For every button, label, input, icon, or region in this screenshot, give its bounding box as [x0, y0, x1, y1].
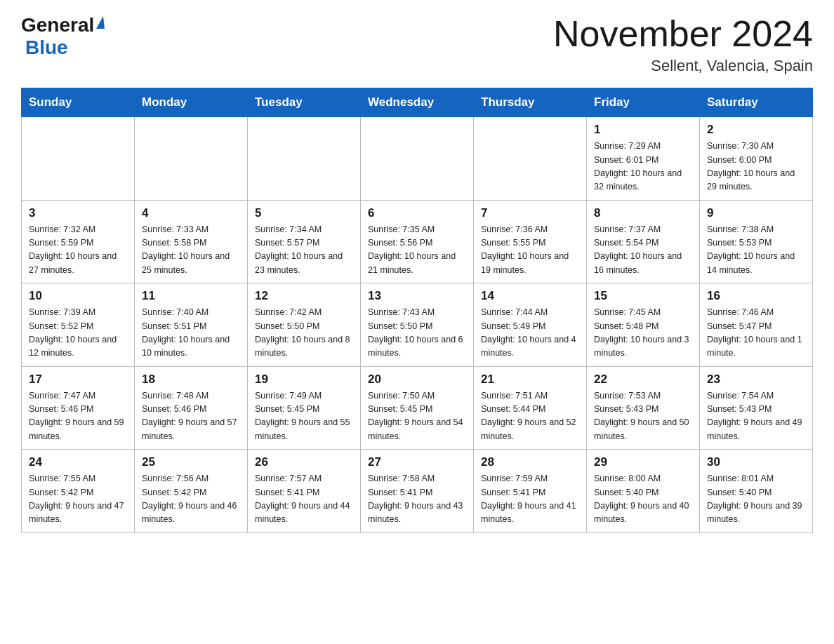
day-info: Sunrise: 7:33 AM Sunset: 5:58 PM Dayligh…: [142, 223, 240, 278]
day-number: 25: [142, 455, 240, 469]
day-number: 8: [594, 206, 692, 220]
day-number: 23: [707, 373, 805, 387]
day-info: Sunrise: 7:47 AM Sunset: 5:46 PM Dayligh…: [29, 389, 127, 444]
day-info: Sunrise: 7:50 AM Sunset: 5:45 PM Dayligh…: [368, 389, 466, 444]
week-row-5: 24Sunrise: 7:55 AM Sunset: 5:42 PM Dayli…: [22, 450, 813, 533]
calendar-cell: 21Sunrise: 7:51 AM Sunset: 5:44 PM Dayli…: [474, 366, 587, 450]
day-number: 2: [707, 123, 805, 137]
day-number: 27: [368, 455, 466, 469]
day-info: Sunrise: 7:54 AM Sunset: 5:43 PM Dayligh…: [707, 389, 805, 444]
calendar-cell: 15Sunrise: 7:45 AM Sunset: 5:48 PM Dayli…: [587, 283, 700, 367]
day-number: 14: [481, 289, 579, 303]
calendar-cell: 28Sunrise: 7:59 AM Sunset: 5:41 PM Dayli…: [474, 450, 587, 533]
weekday-header-saturday: Saturday: [700, 88, 813, 117]
day-info: Sunrise: 7:58 AM Sunset: 5:41 PM Dayligh…: [368, 472, 466, 527]
logo-g: G: [21, 14, 37, 36]
calendar-cell: [474, 117, 587, 201]
day-info: Sunrise: 7:29 AM Sunset: 6:01 PM Dayligh…: [594, 140, 692, 194]
day-number: 9: [707, 206, 805, 220]
day-info: Sunrise: 7:35 AM Sunset: 5:56 PM Dayligh…: [368, 223, 466, 278]
calendar-cell: 1Sunrise: 7:29 AM Sunset: 6:01 PM Daylig…: [587, 117, 700, 201]
weekday-header-friday: Friday: [587, 88, 700, 117]
logo-eneral: eneral: [37, 14, 95, 36]
day-info: Sunrise: 8:01 AM Sunset: 5:40 PM Dayligh…: [707, 472, 805, 527]
calendar-cell: 23Sunrise: 7:54 AM Sunset: 5:43 PM Dayli…: [700, 366, 813, 450]
day-info: Sunrise: 7:44 AM Sunset: 5:49 PM Dayligh…: [481, 306, 579, 361]
day-number: 11: [142, 289, 240, 303]
day-number: 15: [594, 289, 692, 303]
day-info: Sunrise: 7:53 AM Sunset: 5:43 PM Dayligh…: [594, 389, 692, 444]
calendar-cell: 11Sunrise: 7:40 AM Sunset: 5:51 PM Dayli…: [135, 283, 248, 367]
day-info: Sunrise: 7:32 AM Sunset: 5:59 PM Dayligh…: [29, 223, 127, 278]
day-number: 21: [481, 373, 579, 387]
day-info: Sunrise: 7:48 AM Sunset: 5:46 PM Dayligh…: [142, 389, 240, 444]
day-number: 13: [368, 289, 466, 303]
week-row-2: 3Sunrise: 7:32 AM Sunset: 5:59 PM Daylig…: [22, 200, 813, 283]
location-subtitle: Sellent, Valencia, Spain: [553, 57, 813, 75]
day-number: 3: [29, 206, 127, 220]
calendar-cell: [361, 117, 474, 201]
day-info: Sunrise: 7:55 AM Sunset: 5:42 PM Dayligh…: [29, 472, 127, 527]
day-number: 17: [29, 373, 127, 387]
day-info: Sunrise: 7:51 AM Sunset: 5:44 PM Dayligh…: [481, 389, 579, 444]
logo: G eneral Blue: [21, 14, 105, 59]
calendar-cell: 22Sunrise: 7:53 AM Sunset: 5:43 PM Dayli…: [587, 366, 700, 450]
day-number: 29: [594, 455, 692, 469]
day-number: 4: [142, 206, 240, 220]
week-row-4: 17Sunrise: 7:47 AM Sunset: 5:46 PM Dayli…: [22, 366, 813, 450]
calendar-table: SundayMondayTuesdayWednesdayThursdayFrid…: [21, 88, 813, 533]
day-info: Sunrise: 7:39 AM Sunset: 5:52 PM Dayligh…: [29, 306, 127, 361]
title-block: November 2024 Sellent, Valencia, Spain: [553, 14, 813, 75]
calendar-cell: 29Sunrise: 8:00 AM Sunset: 5:40 PM Dayli…: [587, 450, 700, 533]
calendar-cell: [135, 117, 248, 201]
day-number: 5: [255, 206, 353, 220]
day-info: Sunrise: 7:49 AM Sunset: 5:45 PM Dayligh…: [255, 389, 353, 444]
calendar-header-row: SundayMondayTuesdayWednesdayThursdayFrid…: [22, 88, 813, 117]
day-info: Sunrise: 7:30 AM Sunset: 6:00 PM Dayligh…: [707, 140, 805, 194]
calendar-cell: 25Sunrise: 7:56 AM Sunset: 5:42 PM Dayli…: [135, 450, 248, 533]
day-number: 18: [142, 373, 240, 387]
calendar-cell: 12Sunrise: 7:42 AM Sunset: 5:50 PM Dayli…: [248, 283, 361, 367]
day-info: Sunrise: 7:43 AM Sunset: 5:50 PM Dayligh…: [368, 306, 466, 361]
calendar-cell: 26Sunrise: 7:57 AM Sunset: 5:41 PM Dayli…: [248, 450, 361, 533]
day-number: 7: [481, 206, 579, 220]
day-info: Sunrise: 8:00 AM Sunset: 5:40 PM Dayligh…: [594, 472, 692, 527]
calendar-cell: 19Sunrise: 7:49 AM Sunset: 5:45 PM Dayli…: [248, 366, 361, 450]
day-number: 26: [255, 455, 353, 469]
calendar-cell: 4Sunrise: 7:33 AM Sunset: 5:58 PM Daylig…: [135, 200, 248, 283]
day-info: Sunrise: 7:38 AM Sunset: 5:53 PM Dayligh…: [707, 223, 805, 278]
day-info: Sunrise: 7:37 AM Sunset: 5:54 PM Dayligh…: [594, 223, 692, 278]
calendar-cell: 6Sunrise: 7:35 AM Sunset: 5:56 PM Daylig…: [361, 200, 474, 283]
page-header: G eneral Blue November 2024 Sellent, Val…: [21, 14, 813, 75]
day-number: 10: [29, 289, 127, 303]
calendar-cell: 2Sunrise: 7:30 AM Sunset: 6:00 PM Daylig…: [700, 117, 813, 201]
day-info: Sunrise: 7:57 AM Sunset: 5:41 PM Dayligh…: [255, 472, 353, 527]
calendar-cell: 9Sunrise: 7:38 AM Sunset: 5:53 PM Daylig…: [700, 200, 813, 283]
day-info: Sunrise: 7:34 AM Sunset: 5:57 PM Dayligh…: [255, 223, 353, 278]
day-info: Sunrise: 7:42 AM Sunset: 5:50 PM Dayligh…: [255, 306, 353, 361]
day-info: Sunrise: 7:59 AM Sunset: 5:41 PM Dayligh…: [481, 472, 579, 527]
day-number: 19: [255, 373, 353, 387]
weekday-header-sunday: Sunday: [22, 88, 135, 117]
calendar-cell: 24Sunrise: 7:55 AM Sunset: 5:42 PM Dayli…: [22, 450, 135, 533]
day-number: 6: [368, 206, 466, 220]
calendar-cell: [22, 117, 135, 201]
calendar-cell: 18Sunrise: 7:48 AM Sunset: 5:46 PM Dayli…: [135, 366, 248, 450]
calendar-cell: 8Sunrise: 7:37 AM Sunset: 5:54 PM Daylig…: [587, 200, 700, 283]
calendar-cell: 30Sunrise: 8:01 AM Sunset: 5:40 PM Dayli…: [700, 450, 813, 533]
calendar-cell: [248, 117, 361, 201]
calendar-cell: 27Sunrise: 7:58 AM Sunset: 5:41 PM Dayli…: [361, 450, 474, 533]
day-info: Sunrise: 7:46 AM Sunset: 5:47 PM Dayligh…: [707, 306, 805, 361]
month-title: November 2024: [553, 14, 813, 54]
calendar-cell: 5Sunrise: 7:34 AM Sunset: 5:57 PM Daylig…: [248, 200, 361, 283]
logo-flag-icon: [96, 16, 105, 29]
day-number: 30: [707, 455, 805, 469]
calendar-cell: 13Sunrise: 7:43 AM Sunset: 5:50 PM Dayli…: [361, 283, 474, 367]
calendar-cell: 10Sunrise: 7:39 AM Sunset: 5:52 PM Dayli…: [22, 283, 135, 367]
calendar-cell: 20Sunrise: 7:50 AM Sunset: 5:45 PM Dayli…: [361, 366, 474, 450]
weekday-header-tuesday: Tuesday: [248, 88, 361, 117]
day-number: 22: [594, 373, 692, 387]
day-info: Sunrise: 7:56 AM Sunset: 5:42 PM Dayligh…: [142, 472, 240, 527]
day-number: 28: [481, 455, 579, 469]
day-info: Sunrise: 7:36 AM Sunset: 5:55 PM Dayligh…: [481, 223, 579, 278]
